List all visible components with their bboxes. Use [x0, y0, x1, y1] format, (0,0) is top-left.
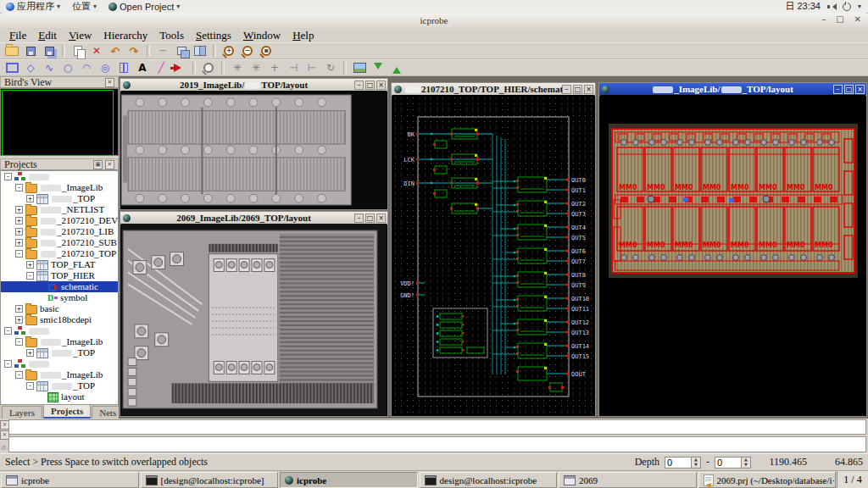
- tree-expander[interactable]: -: [15, 184, 23, 191]
- save-all-icon[interactable]: [40, 43, 58, 58]
- birds-view-header[interactable]: Bird's View ✕: [0, 76, 119, 88]
- tree-item[interactable]: layout: [1, 391, 118, 402]
- window-titlebar[interactable]: 2107210_TOP/TOP_HIER/schematic – □ ×: [392, 83, 595, 96]
- tree-item[interactable]: +TOP_FLAT: [1, 259, 118, 270]
- tree-expander[interactable]: +: [26, 195, 34, 202]
- maximize-button[interactable]: □: [365, 214, 375, 223]
- close-icon[interactable]: ✕: [105, 160, 114, 169]
- marker-e-icon[interactable]: ⊢: [303, 60, 321, 75]
- tree-expander[interactable]: -: [4, 360, 12, 368]
- zoom-fit-icon[interactable]: ▪: [257, 43, 275, 58]
- tree-expander[interactable]: -: [4, 327, 12, 335]
- tree-item[interactable]: +_TOP: [1, 347, 118, 358]
- menu-edit[interactable]: Edit: [32, 29, 63, 42]
- minimize-button[interactable]: –: [833, 85, 843, 94]
- tree-item[interactable]: -: [1, 325, 118, 336]
- schematic-canvas[interactable]: BKLCKDINOUT0OUT1OUT2OUT3OUT4OUT5OUT6OUT7…: [392, 95, 594, 415]
- close-button[interactable]: ×: [376, 80, 386, 90]
- tree-item[interactable]: +smic18bcdepi: [1, 314, 118, 325]
- marker-c-icon[interactable]: +: [265, 60, 284, 75]
- window-active-layout[interactable]: _ImageLib/_TOP/layout – □ × MM0MM0MM0MM0…: [598, 82, 867, 417]
- depth-to-spinner[interactable]: ▲▼: [715, 457, 751, 469]
- close-button[interactable]: ×: [376, 214, 386, 223]
- detach-icon[interactable]: ▣: [93, 160, 103, 169]
- marker-f-icon[interactable]: ↻: [321, 60, 340, 75]
- image-icon[interactable]: [350, 60, 369, 75]
- export-up-icon[interactable]: [387, 60, 406, 75]
- taskbar-item[interactable]: 2069.prj (~/Desktop/database/i···: [698, 472, 837, 488]
- tree-expander[interactable]: +: [15, 217, 23, 225]
- menu-tools[interactable]: Tools: [153, 29, 190, 42]
- layout-canvas-2069[interactable]: [121, 224, 387, 415]
- zoom-out-icon[interactable]: −: [238, 43, 257, 58]
- spinner-arrows[interactable]: ▲▼: [742, 457, 751, 469]
- window-titlebar[interactable]: _ImageLib/_TOP/layout – □ ×: [599, 83, 866, 96]
- taskbar-item[interactable]: 2069: [559, 472, 697, 488]
- tree-item[interactable]: +_2107210_LIB: [1, 226, 118, 237]
- tab-projects[interactable]: Projects: [43, 404, 91, 419]
- taskbar-item[interactable]: icprobe: [280, 472, 418, 488]
- marker-b-icon[interactable]: ✳: [247, 60, 265, 75]
- tree-item[interactable]: +_NETLIST: [1, 204, 118, 215]
- taskbar-item[interactable]: icprobe: [1, 472, 139, 488]
- tree-item[interactable]: +_TOP: [1, 193, 118, 204]
- tree-item[interactable]: -: [1, 358, 118, 369]
- draw-path-icon[interactable]: ∿: [40, 60, 58, 75]
- menu-hierarchy[interactable]: Hierarchy: [97, 29, 153, 42]
- tree-item[interactable]: +_2107210_DEV: [1, 215, 118, 226]
- open-project-menu[interactable]: Open Project ▾: [103, 0, 186, 13]
- layout-canvas-2019[interactable]: [121, 91, 387, 208]
- tree-expander[interactable]: -: [4, 173, 12, 180]
- maximize-button[interactable]: □: [573, 85, 582, 94]
- tile-icon[interactable]: [191, 43, 209, 58]
- search-icon[interactable]: [199, 60, 218, 75]
- tab-layers[interactable]: Layers: [2, 406, 42, 419]
- draw-polygon-icon[interactable]: ◇: [21, 60, 40, 75]
- delete-icon[interactable]: ✕: [87, 43, 106, 58]
- tree-item[interactable]: +basic: [1, 303, 118, 314]
- tree-item[interactable]: -TOP_HIER: [1, 270, 118, 281]
- tree-expander[interactable]: +: [26, 261, 34, 269]
- window-titlebar[interactable]: 2069_ImageLib/2069_TOP/layout – □ ×: [120, 212, 387, 225]
- applications-menu[interactable]: 应用程序 ▾: [0, 0, 66, 13]
- volume-icon[interactable]: [827, 3, 836, 10]
- places-menu[interactable]: 位置 ▾: [66, 0, 103, 13]
- draw-spiral-icon[interactable]: ◎: [96, 60, 114, 75]
- tree-expander[interactable]: -: [26, 272, 34, 280]
- app-titlebar[interactable]: icprobe – □ ✕: [0, 13, 868, 29]
- clock[interactable]: 日 23:34: [785, 0, 821, 13]
- close-button[interactable]: ✕: [854, 14, 861, 24]
- tree-item[interactable]: -_ImageLib: [1, 336, 118, 347]
- marker-a-icon[interactable]: ✳: [228, 60, 247, 75]
- draw-frame-icon[interactable]: [114, 60, 133, 75]
- maximize-button[interactable]: □: [836, 14, 843, 24]
- tree-item[interactable]: -_ImageLib: [1, 182, 118, 193]
- draw-rect-icon[interactable]: [3, 60, 21, 75]
- import-down-icon[interactable]: [369, 60, 387, 75]
- tree-item[interactable]: -_2107210_TOP: [1, 248, 118, 259]
- open-icon[interactable]: [3, 43, 21, 58]
- menu-file[interactable]: File: [3, 29, 32, 42]
- menu-window[interactable]: Window: [237, 29, 287, 42]
- depth-from-input[interactable]: [665, 457, 692, 469]
- workspace-pager[interactable]: 1 / 4: [837, 471, 868, 488]
- maximize-button[interactable]: □: [365, 80, 375, 90]
- close-icon[interactable]: ✕: [105, 78, 114, 87]
- birds-view-canvas[interactable]: [0, 88, 119, 156]
- tree-item[interactable]: -_TOP: [1, 380, 118, 391]
- command-input[interactable]: [8, 436, 866, 452]
- tree-expander[interactable]: -: [15, 250, 23, 258]
- maximize-button[interactable]: □: [844, 85, 854, 94]
- minimize-button[interactable]: –: [562, 85, 571, 94]
- cascade-icon[interactable]: [172, 43, 191, 58]
- tree-expander[interactable]: -: [26, 382, 34, 390]
- projects-panel-header[interactable]: Projects ▣ ✕: [0, 158, 119, 170]
- tree-expander[interactable]: +: [15, 228, 23, 236]
- close-button[interactable]: ×: [584, 85, 593, 94]
- chevron-down-icon[interactable]: ▾: [858, 3, 861, 10]
- tree-expander[interactable]: +: [15, 316, 23, 324]
- taskbar-item[interactable]: [design@localhost:icprobe]: [141, 472, 279, 488]
- minimize-button[interactable]: –: [354, 214, 364, 223]
- window-schematic[interactable]: 2107210_TOP/TOP_HIER/schematic – □ × BKL…: [391, 82, 596, 417]
- save-icon[interactable]: [21, 43, 40, 58]
